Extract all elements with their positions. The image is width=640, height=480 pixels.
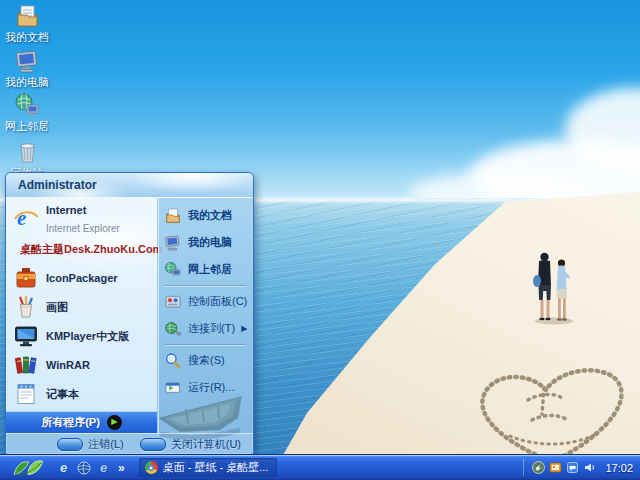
start-menu-item-kmplayer[interactable]: KMPlayer中文版 [6, 322, 157, 351]
tray-divider [523, 459, 524, 476]
start-leaf-icon [8, 457, 46, 479]
desktop-icon-label: 我的文档 [0, 31, 54, 43]
taskbar-clock: 17:02 [605, 462, 633, 474]
start-menu: Administrator e Internet Internet Explor… [5, 172, 254, 455]
item-label: KMPlayer中文版 [46, 329, 129, 344]
my-computer-icon [14, 48, 41, 75]
item-label: 网上邻居 [188, 262, 232, 277]
my-documents-icon [14, 3, 41, 30]
internet-explorer-icon: e [13, 205, 39, 231]
wallpaper-app-icon [145, 461, 158, 474]
start-menu-item-my-documents[interactable]: 我的文档 [158, 202, 253, 229]
item-sublabel: Internet Explorer [46, 223, 120, 234]
desktop-icon-my-documents[interactable]: 我的文档 [0, 3, 54, 43]
taskbar: e e » 桌面 - 壁纸 - 桌酷壁... [0, 454, 640, 480]
start-menu-item-zhuoku-theme[interactable]: BFC 桌酷主题Desk.ZhuoKu.Com [6, 235, 157, 264]
network-places-icon [164, 261, 182, 279]
item-label: IconPackager [46, 272, 118, 284]
recycle-bin-icon [14, 139, 41, 166]
tray-picture-icon[interactable] [549, 461, 562, 474]
network-places-icon [14, 92, 41, 119]
iconpackager-icon [13, 265, 39, 291]
desktop-icon-label: 我的电脑 [0, 76, 54, 88]
tray-volume-icon[interactable] [583, 461, 596, 474]
start-menu-item-my-computer[interactable]: 我的电脑 [158, 229, 253, 256]
item-label: WinRAR [46, 359, 90, 371]
menu-separator [165, 285, 246, 286]
log-off-label: 注销(L) [88, 437, 123, 452]
paint-icon [13, 294, 39, 320]
item-label: 控制面板(C) [188, 294, 247, 309]
item-label: 搜索(S) [188, 353, 225, 368]
start-menu-item-winrar[interactable]: WinRAR [6, 351, 157, 380]
tray-messenger-icon[interactable] [566, 461, 579, 474]
item-label: 连接到(T) [188, 321, 235, 336]
item-label: Internet [46, 204, 86, 216]
item-label: 记事本 [46, 387, 79, 402]
desktop-screen: 我的文档 我的电脑 网上邻居 回收站 [0, 0, 640, 480]
couple-silhouette [530, 250, 582, 328]
start-menu-item-control-panel[interactable]: 控制面板(C) [158, 288, 253, 315]
start-menu-left-panel: e Internet Internet Explorer BFC [6, 198, 158, 433]
quick-launch-browser-icon[interactable]: e [96, 460, 111, 476]
my-documents-icon [164, 207, 182, 225]
item-label: 画图 [46, 300, 68, 315]
start-menu-item-connect-to[interactable]: 连接到(T) ▶ [158, 315, 253, 342]
quick-launch-overflow-chevron[interactable]: » [118, 461, 125, 475]
notepad-icon [13, 381, 39, 407]
submenu-arrow-icon: ▶ [241, 324, 247, 333]
start-menu-footer: 注销(L) 关闭计算机(U) [6, 433, 253, 454]
start-menu-body: e Internet Internet Explorer BFC [6, 198, 253, 433]
start-menu-item-network-places[interactable]: 网上邻居 [158, 256, 253, 283]
kmplayer-icon [13, 323, 39, 349]
all-programs-label: 所有程序(P) [41, 415, 100, 430]
quick-launch-globe-icon[interactable] [76, 460, 91, 476]
desktop-icon-network-places[interactable]: 网上邻居 [0, 92, 54, 132]
quick-launch-bar: e e » [56, 460, 125, 476]
power-icon [140, 438, 166, 451]
log-off-button[interactable]: 注销(L) [57, 437, 123, 452]
start-menu-user-banner: Administrator [6, 173, 253, 198]
task-button-label: 桌面 - 壁纸 - 桌酷壁... [163, 460, 269, 475]
all-programs-button[interactable]: 所有程序(P) ▶ [6, 411, 157, 433]
my-computer-icon [164, 234, 182, 252]
search-icon [164, 352, 182, 370]
item-label: 我的文档 [188, 208, 232, 223]
item-label: 我的电脑 [188, 235, 232, 250]
winrar-icon [13, 352, 39, 378]
desktop-icon-my-computer[interactable]: 我的电脑 [0, 48, 54, 88]
start-button[interactable] [8, 457, 46, 479]
turn-off-label: 关闭计算机(U) [171, 437, 241, 452]
system-tray: 17:02 [523, 459, 640, 476]
desktop-icon-label: 网上邻居 [0, 120, 54, 132]
log-off-icon [57, 438, 83, 451]
run-icon [164, 379, 182, 397]
start-menu-right-panel: 我的文档 我的电脑 [158, 198, 253, 433]
tray-security-icon[interactable] [532, 461, 545, 474]
start-menu-item-iconpackager[interactable]: IconPackager [6, 264, 157, 293]
item-label: 运行(R)... [188, 380, 234, 395]
start-menu-item-search[interactable]: 搜索(S) [158, 347, 253, 374]
svg-text:e: e [17, 206, 26, 230]
start-menu-item-paint[interactable]: 画图 [6, 293, 157, 322]
turn-off-computer-button[interactable]: 关闭计算机(U) [140, 437, 241, 452]
control-panel-icon [164, 293, 182, 311]
start-menu-item-internet[interactable]: e Internet Internet Explorer [6, 201, 157, 235]
menu-separator [165, 344, 246, 345]
all-programs-arrow-icon: ▶ [107, 415, 122, 430]
quick-launch-ie-icon[interactable]: e [56, 460, 71, 476]
start-menu-item-run[interactable]: 运行(R)... [158, 374, 253, 401]
item-label: 桌酷主题Desk.ZhuoKu.Com [20, 242, 162, 257]
connect-to-icon [164, 320, 182, 338]
start-menu-item-notepad[interactable]: 记事本 [6, 380, 157, 409]
user-name: Administrator [18, 178, 97, 192]
taskbar-task-button[interactable]: 桌面 - 壁纸 - 桌酷壁... [139, 458, 277, 477]
